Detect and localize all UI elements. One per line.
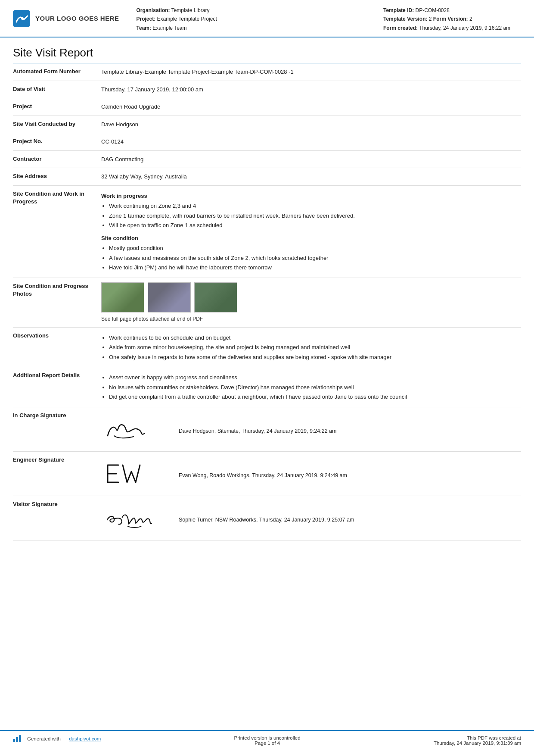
date-of-visit-label: Date of Visit <box>13 81 97 98</box>
project-value: Example Template Project <box>157 16 217 22</box>
footer-right: This PDF was created at Thursday, 24 Jan… <box>434 735 521 746</box>
photos-container <box>101 282 517 312</box>
site-condition-label: Site Condition and Work in Progress <box>13 186 97 278</box>
site-condition-heading: Site condition <box>101 234 517 243</box>
list-item: Mostly good condition <box>109 244 517 253</box>
form-number-value: Template Library-Example Template Projec… <box>97 63 521 81</box>
project-no-value: CC-0124 <box>97 133 521 150</box>
dashpivot-link[interactable]: dashpivot.com <box>69 736 101 741</box>
project-label: Project: <box>137 16 156 22</box>
generated-text: Generated with <box>27 736 61 741</box>
in-charge-signature-svg <box>101 414 166 444</box>
printed-label: Printed version is uncontrolled <box>234 735 301 740</box>
project-field-label: Project <box>13 98 97 116</box>
in-charge-label: In Charge Signature <box>13 407 97 451</box>
site-condition-value: Work in progress Work continuing on Zone… <box>97 186 521 278</box>
bar-3 <box>19 735 21 742</box>
bar-2 <box>16 737 18 742</box>
site-address-value: 32 Wallaby Way, Sydney, Australia <box>97 168 521 185</box>
list-item: Zone 1 tarmac complete, with road barrie… <box>109 212 517 220</box>
footer: Generated with dashpivot.com Printed ver… <box>0 730 534 756</box>
list-item: Will be open to traffic on Zone 1 as sch… <box>109 221 517 230</box>
project-field-value: Camden Road Upgrade <box>97 98 521 116</box>
visitor-value: Sophie Turner, NSW Roadworks, Thursday, … <box>97 496 521 540</box>
additional-list: Asset owner is happy with progress and c… <box>109 373 517 401</box>
additional-value: Asset owner is happy with progress and c… <box>97 367 521 407</box>
template-version-value: 2 <box>429 16 432 22</box>
header-template-info: Template ID: DP-COM-0028 Template Versio… <box>383 4 521 32</box>
work-in-progress-list: Work continuing on Zone 2,3 and 4 Zone 1… <box>109 202 517 230</box>
list-item: Aside from some minor housekeeping, the … <box>109 343 517 352</box>
engineer-signature-row: Engineer Signature Evan Wong, Roado Work… <box>13 452 521 496</box>
contractor-label: Contractor <box>13 151 97 168</box>
date-of-visit-value: Thursday, 17 January 2019, 12:00:00 am <box>97 81 521 98</box>
footer-left: Generated with dashpivot.com <box>13 735 101 742</box>
photo-thumbnail-3 <box>194 282 237 312</box>
site-visit-value: Dave Hodgson <box>97 116 521 133</box>
content-area: Site Visit Report Automated Form Number … <box>0 37 534 730</box>
project-no-row: Project No. CC-0124 <box>13 133 521 151</box>
footer-logo-bars <box>13 735 21 742</box>
form-number-label: Automated Form Number <box>13 63 97 81</box>
photos-caption: See full page photos attached at end of … <box>101 315 517 323</box>
in-charge-sig-text: Dave Hodgson, Sitemate, Thursday, 24 Jan… <box>179 423 336 435</box>
list-item: Have told Jim (PM) and he will have the … <box>109 263 517 272</box>
svg-point-1 <box>21 17 24 20</box>
additional-label: Additional Report Details <box>13 367 97 407</box>
engineer-value: Evan Wong, Roado Workings, Thursday, 24 … <box>97 452 521 496</box>
footer-center: Printed version is uncontrolled Page 1 o… <box>234 735 301 746</box>
list-item: One safety issue in regards to how some … <box>109 353 517 362</box>
page-label: Page 1 of 4 <box>234 740 301 746</box>
list-item: Work continuing on Zone 2,3 and 4 <box>109 202 517 210</box>
site-visit-label: Site Visit Conducted by <box>13 116 97 133</box>
visitor-label: Visitor Signature <box>13 496 97 540</box>
in-charge-sig-container: Dave Hodgson, Sitemate, Thursday, 24 Jan… <box>101 412 517 447</box>
photos-row: Site Condition and Progress Photos See f… <box>13 278 521 328</box>
report-title: Site Visit Report <box>13 46 521 63</box>
form-number-row: Automated Form Number Template Library-E… <box>13 63 521 81</box>
contractor-value: DAG Contracting <box>97 151 521 168</box>
contractor-row: Contractor DAG Contracting <box>13 151 521 169</box>
site-address-row: Site Address 32 Wallaby Way, Sydney, Aus… <box>13 168 521 186</box>
engineer-label: Engineer Signature <box>13 452 97 496</box>
work-in-progress-heading: Work in progress <box>101 192 517 200</box>
engineer-sig-text: Evan Wong, Roado Workings, Thursday, 24 … <box>179 467 347 480</box>
observations-row: Observations Work continues to be on sch… <box>13 328 521 368</box>
photos-value: See full page photos attached at end of … <box>97 278 521 327</box>
form-version-value: 2 <box>469 16 472 22</box>
date-of-visit-row: Date of Visit Thursday, 17 January 2019,… <box>13 81 521 99</box>
visitor-sig-text: Sophie Turner, NSW Roadworks, Thursday, … <box>179 512 354 524</box>
org-value: Template Library <box>171 7 210 13</box>
template-id-value: DP-COM-0028 <box>415 7 449 13</box>
engineer-signature-svg <box>101 459 166 489</box>
logo-text: YOUR LOGO GOES HERE <box>35 15 119 22</box>
photo-thumbnail-2 <box>148 282 191 312</box>
list-item: No issues with communities or stakeholde… <box>109 383 517 392</box>
visitor-sig-container: Sophie Turner, NSW Roadworks, Thursday, … <box>101 500 517 536</box>
site-condition-list: Mostly good condition A few issues and m… <box>109 244 517 272</box>
header-org-info: Organisation: Template Library Project: … <box>137 4 383 32</box>
org-label: Organisation: <box>137 7 170 13</box>
site-visit-row: Site Visit Conducted by Dave Hodgson <box>13 116 521 134</box>
team-label: Team: <box>137 25 151 31</box>
template-id-label: Template ID: <box>383 7 414 13</box>
project-row: Project Camden Road Upgrade <box>13 98 521 116</box>
list-item: Did get one complaint from a traffic con… <box>109 393 517 401</box>
form-version-label: Form Version: <box>433 16 468 22</box>
logo-icon <box>13 10 30 27</box>
additional-row: Additional Report Details Asset owner is… <box>13 367 521 407</box>
project-no-label: Project No. <box>13 133 97 150</box>
photos-label: Site Condition and Progress Photos <box>13 278 97 327</box>
in-charge-signature-row: In Charge Signature Dave Hodgson, Sitema… <box>13 407 521 452</box>
observations-label: Observations <box>13 328 97 367</box>
team-value: Example Team <box>152 25 186 31</box>
engineer-sig-container: Evan Wong, Roado Workings, Thursday, 24 … <box>101 456 517 491</box>
template-version-label: Template Version: <box>383 16 427 22</box>
site-address-label: Site Address <box>13 168 97 185</box>
photo-thumbnail-1 <box>101 282 144 312</box>
pdf-created-value: Thursday, 24 January 2019, 9:31:39 am <box>434 740 521 746</box>
pdf-created-label: This PDF was created at <box>434 735 521 740</box>
list-item: Work continues to be on schedule and on … <box>109 334 517 342</box>
form-created-value: Thursday, 24 January 2019, 9:16:22 am <box>419 25 510 31</box>
visitor-signature-svg <box>101 503 166 533</box>
